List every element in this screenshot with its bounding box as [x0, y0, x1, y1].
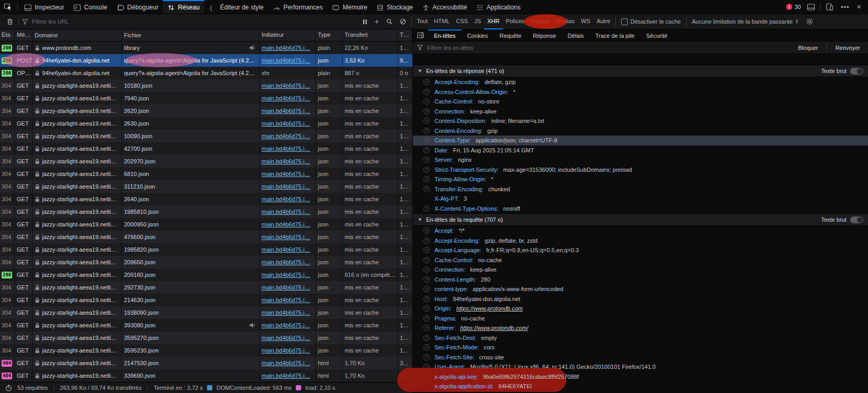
info-icon[interactable]: ? [423, 137, 430, 143]
initiator-link[interactable]: main.bd4b6d75.j… [262, 108, 310, 114]
header-row[interactable]: ?Server:nginx [413, 155, 868, 165]
initiator-link[interactable]: main.bd4b6d75.j… [262, 309, 310, 316]
info-icon[interactable]: ? [423, 176, 430, 182]
info-icon[interactable]: ? [423, 147, 430, 153]
new-request-icon[interactable]: + [371, 17, 383, 26]
header-row[interactable]: ?Access-Control-Allow-Origin:* [413, 87, 868, 97]
tab-accessibilite[interactable]: Accessibilité [418, 0, 472, 14]
meatball-menu-icon[interactable]: ••• [837, 3, 853, 11]
header-row[interactable]: ?Content-Disposition:inline; filename=a.… [413, 116, 868, 126]
network-settings-gear-icon[interactable] [802, 18, 817, 25]
info-icon[interactable]: ? [423, 296, 430, 302]
initiator-link[interactable]: main.bd4b6d75.j… [262, 171, 310, 177]
request-row[interactable]: 304GETjazzy-starlight-aeea19.netli…21463… [0, 294, 412, 306]
column-header-3[interactable]: Fichier [122, 29, 260, 41]
request-row[interactable]: 200GETjazzy-starlight-aeea19.netli…20916… [0, 268, 412, 281]
url-filter-input[interactable] [29, 18, 359, 25]
initiator-link[interactable]: main.bd4b6d75.j… [262, 158, 310, 164]
tab-memoire[interactable]: Mémoire [327, 0, 372, 14]
info-icon[interactable]: ? [423, 227, 430, 234]
header-row[interactable]: ?Host:94he6yatei-dsn.algolia.net [413, 294, 868, 304]
info-icon[interactable]: ? [423, 286, 430, 292]
responsive-mode-icon[interactable] [822, 3, 837, 11]
request-row[interactable]: 304GETjazzy-starlight-aeea19.netli…2640.… [0, 193, 412, 205]
initiator-link[interactable]: main.bd4b6d75.j… [262, 146, 310, 152]
info-icon[interactable]: ? [423, 79, 430, 85]
header-row[interactable]: ?Accept:*/* [413, 226, 868, 236]
block-url-button[interactable]: Bloquer [794, 45, 822, 51]
raw-text-toggle[interactable]: Texte brut [821, 216, 863, 223]
header-value-link[interactable]: https://www.protondb.com [456, 305, 523, 312]
details-tab-s-curit-[interactable]: Sécurité [640, 29, 673, 41]
tab-inspecteur[interactable]: Inspecteur [19, 0, 69, 14]
request-row[interactable]: 304GETjazzy-starlight-aeea19.netli…35952… [0, 344, 412, 357]
header-row[interactable]: ?Content-Type:application/json; charset=… [413, 136, 868, 146]
initiator-link[interactable]: main.bd4b6d75.j… [262, 259, 310, 265]
initiator-link[interactable]: main.bd4b6d75.j… [262, 322, 310, 328]
info-icon[interactable]: ? [423, 118, 430, 124]
tab-editeur-de-style[interactable]: { }Éditeur de style [204, 0, 268, 14]
initiator-link[interactable]: main.bd4b6d75.j… [262, 120, 310, 127]
request-row[interactable]: 304GETjazzy-starlight-aeea19.netli…10090… [0, 130, 412, 142]
header-row[interactable]: ?Strict-Transport-Security:max-age=31536… [413, 165, 868, 175]
request-row[interactable]: 304GETjazzy-starlight-aeea19.netli…20009… [0, 218, 412, 231]
initiator-link[interactable]: main.bd4b6d75.j… [262, 297, 310, 303]
header-row[interactable]: ?Content-Encoding:gzip [413, 126, 868, 136]
details-tab-requ-te[interactable]: Requête [494, 29, 528, 41]
request-row[interactable]: 404GETjazzy-starlight-aeea19.netli…21475… [0, 357, 412, 369]
filter-html[interactable]: HTML [431, 14, 453, 29]
request-row[interactable]: 304GETjazzy-starlight-aeea19.netli…7940.… [0, 92, 412, 105]
header-row[interactable]: ?Connection:keep-alive [413, 265, 868, 275]
header-row[interactable]: ?Referer:https://www.protondb.com/ [413, 323, 868, 333]
initiator-link[interactable]: main.bd4b6d75.j… [262, 221, 310, 227]
header-row[interactable]: ?Connection:keep-alive [413, 107, 868, 117]
filter-ws[interactable]: WS [578, 14, 594, 29]
header-row[interactable]: x-algolia-api-key:9ba0e69fb2974316cdaec8… [413, 372, 868, 382]
info-icon[interactable]: ? [423, 128, 430, 134]
tab-debogueur[interactable]: Débogueur [112, 0, 163, 14]
column-header-1[interactable]: Mé… [15, 29, 33, 41]
throttling-select[interactable]: Aucune limitation de la bande passante ▲… [688, 18, 802, 25]
info-icon[interactable]: ? [423, 186, 430, 192]
header-row[interactable]: ?Cache-Control:no-cache [413, 255, 868, 265]
initiator-link[interactable]: main.bd4b6d75.j… [262, 183, 310, 190]
header-row[interactable]: ?Content-Length:280 [413, 275, 868, 285]
details-tab-cookies[interactable]: Cookies [461, 29, 494, 41]
request-row[interactable]: 304GETjazzy-starlight-aeea19.netli…42700… [0, 142, 412, 155]
filter-css[interactable]: CSS [453, 14, 471, 29]
request-row[interactable]: 304GETjazzy-starlight-aeea19.netli…6810.… [0, 168, 412, 180]
tab-performances[interactable]: Performances [268, 0, 328, 14]
info-icon[interactable]: ? [423, 247, 430, 253]
split-console-icon[interactable] [803, 4, 819, 11]
header-row[interactable]: ?Date:Fri, 15 Aug 2025 21:05:14 GMT [413, 146, 868, 156]
info-icon[interactable]: ? [423, 237, 430, 244]
request-row[interactable]: 304GETjazzy-starlight-aeea19.netli…2630.… [0, 117, 412, 130]
header-row[interactable]: ?content-type:application/x-www-form-url… [413, 284, 868, 294]
initiator-link[interactable]: main.bd4b6d75.j… [262, 272, 310, 278]
column-header-7[interactable]: T… [398, 29, 412, 41]
details-tab-r-ponse[interactable]: Réponse [527, 29, 562, 41]
initiator-link[interactable]: main.bd4b6d75.j… [262, 82, 310, 89]
initiator-link[interactable]: main.bd4b6d75.j… [262, 373, 310, 379]
initiator-link[interactable]: main.bd4b6d75.j… [262, 45, 310, 51]
headers-filter-input[interactable] [426, 44, 791, 51]
request-row[interactable]: 304GETjazzy-starlight-aeea19.netli…29273… [0, 281, 412, 294]
header-row[interactable]: ?Sec-Fetch-Site:cross-site [413, 353, 868, 363]
request-row[interactable]: 200POST94he6yatei-dsn.algolia.netquery?x… [0, 54, 412, 67]
header-row[interactable]: ?X-Content-Type-Options:nosniff [413, 204, 868, 214]
initiator-link[interactable]: main.bd4b6d75.j… [262, 196, 310, 202]
request-row[interactable]: 404GETjazzy-starlight-aeea19.netli…33969… [0, 369, 412, 382]
tab-stockage[interactable]: Stockage [372, 0, 418, 14]
initiator-link[interactable]: main.bd4b6d75.j… [262, 347, 310, 354]
info-icon[interactable]: ? [423, 315, 430, 322]
expand-panel-icon[interactable] [413, 29, 428, 41]
info-icon[interactable]: ? [423, 257, 430, 263]
close-devtools-icon[interactable]: × [853, 3, 865, 11]
column-header-2[interactable]: Domaine [33, 29, 122, 41]
initiator-link[interactable]: main.bd4b6d75.j… [262, 360, 310, 366]
header-row[interactable]: ?Pragma:no-cache [413, 314, 868, 324]
header-row[interactable]: ?Origin:https://www.protondb.com [413, 304, 868, 314]
info-icon[interactable]: ? [423, 167, 430, 173]
initiator-link[interactable]: main.bd4b6d75.j… [262, 246, 310, 253]
request-row[interactable]: 200OP…94he6yatei-dsn.algolia.netquery?x-… [0, 67, 412, 79]
